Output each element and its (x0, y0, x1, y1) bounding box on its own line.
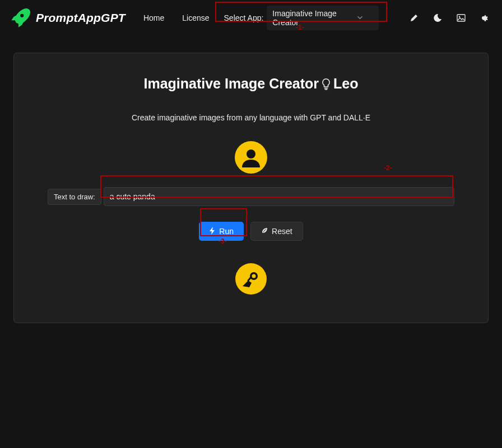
svg-rect-0 (457, 15, 465, 21)
reset-button-label: Reset (272, 227, 292, 236)
app-card: Imaginative Image Creator Leo Create ima… (13, 53, 489, 323)
rocket-logo-icon (8, 6, 31, 30)
svg-point-1 (459, 16, 461, 18)
user-avatar-icon (235, 141, 267, 174)
brand-title: PromptAppGPT (36, 11, 125, 25)
run-button[interactable]: Run (199, 222, 244, 241)
run-button-label: Run (219, 227, 234, 236)
leaf-icon (261, 227, 268, 236)
pencil-icon[interactable] (409, 13, 419, 23)
status-badge-icon (235, 263, 267, 295)
brand-wrap: PromptAppGPT (8, 6, 125, 30)
gear-icon[interactable] (480, 13, 490, 23)
app-select[interactable]: Imaginative Image Creator (267, 6, 379, 30)
bolt-icon (209, 227, 216, 236)
nav-link-home[interactable]: Home (137, 10, 171, 26)
nav-link-license[interactable]: License (175, 10, 216, 26)
prompt-input-label: Text to draw: (48, 189, 101, 205)
app-title-author: Leo (333, 76, 358, 92)
app-title-prefix: Imaginative Image Creator (143, 76, 319, 92)
image-icon[interactable] (456, 13, 466, 23)
reset-button[interactable]: Reset (250, 222, 303, 241)
lightbulb-icon (321, 78, 331, 90)
app-select-value: Imaginative Image Creator (272, 9, 357, 27)
top-navbar: PromptAppGPT Home License Select App: Im… (0, 0, 502, 36)
app-title: Imaginative Image Creator Leo (143, 76, 358, 92)
prompt-input-row: Text to draw: (48, 187, 454, 206)
moon-icon[interactable] (433, 13, 443, 23)
app-description: Create imaginative images from any langu… (48, 113, 454, 122)
app-select-label: Select App: (224, 13, 264, 22)
svg-point-6 (252, 274, 256, 278)
prompt-input[interactable] (104, 187, 454, 206)
svg-point-4 (247, 150, 255, 158)
button-row: Run Reset (48, 222, 454, 241)
app-select-wrap: Select App: Imaginative Image Creator (224, 6, 379, 30)
chevron-down-icon (357, 15, 363, 22)
